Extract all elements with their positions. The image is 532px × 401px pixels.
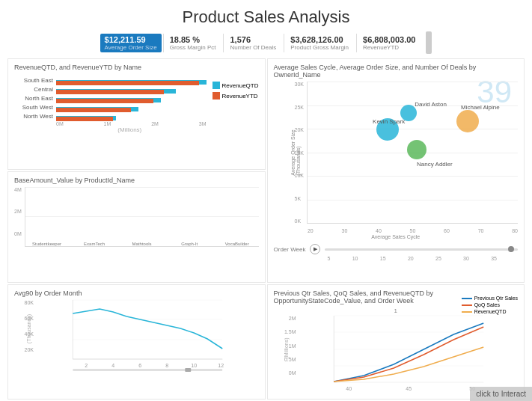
svg-text:4: 4: [111, 363, 114, 368]
legend-prev-qtr: Previous Qtr Sales: [462, 296, 518, 301]
order-week-ticks: 5101520253035: [274, 256, 519, 261]
hbar-row-sw: South West: [14, 104, 207, 111]
legend-qtd-icon: [213, 82, 220, 89]
chart-title-base-amount: BaseAmount_Value by ProductId_Name: [14, 177, 259, 184]
x-axis-label-sales-cycle: Average Sales Cycle: [274, 234, 519, 239]
kpi-gm-value: 18.85 %: [170, 35, 200, 44]
hbar-x-axis: 0M1M2M3M: [14, 121, 207, 126]
bubble-label-david: David Aston: [415, 101, 447, 108]
kpi-pgm-label: Product Gross Margin: [290, 44, 349, 51]
kpi-scrollbar[interactable]: [426, 31, 432, 54]
bubble-label-michael: Michael Alpine: [461, 104, 500, 111]
hbar-chart: South East Central: [14, 77, 207, 120]
legend-ytd-icon: [213, 92, 220, 100]
legend-ytd: RevenueYTD: [213, 92, 259, 100]
vbar-mathtools: Mathtools: [120, 240, 164, 246]
multiline-y-label: (Millions): [283, 338, 288, 359]
panel-avg90[interactable]: Avg90 by Order Month 80K60K40K20K: [7, 284, 266, 400]
vbar-examtech: ExamTech: [73, 240, 116, 246]
legend-revenue-qtd: RevenueQTD: [462, 309, 518, 314]
y-axis-label: Average Order Size(Thousands): [290, 129, 300, 175]
kpi-pgm-value: $3,628,126.00: [290, 35, 343, 44]
hbar-row-central: Central: [14, 86, 207, 93]
legend-prev-qtr-icon: [462, 298, 472, 299]
vbar-graphit: Graph-It: [168, 240, 211, 246]
kpi-rytd-label: RevenueYTD: [363, 44, 399, 51]
kpi-deals-label: Number Of Deals: [230, 44, 276, 51]
vbar-studentkeeper: Studentkeeper: [25, 240, 69, 246]
kpi-avg-order-label: Average Order Size: [105, 44, 157, 51]
svg-text:10: 10: [191, 363, 197, 368]
hbar-row-ne: North East: [14, 95, 207, 102]
hbar-x-unit: (Millions): [14, 126, 207, 133]
legend-revqtd-icon: [462, 311, 472, 313]
svg-rect-12: [73, 369, 222, 371]
legend-qtd: RevenueQTD: [213, 82, 259, 89]
kpi-rytd-value: $6,808,003.00: [363, 35, 415, 44]
svg-text:12: 12: [218, 363, 224, 368]
vbar-vocabuilder: VocaBuilder: [215, 240, 259, 246]
svg-text:40: 40: [346, 386, 352, 391]
order-week-slider[interactable]: [325, 248, 518, 251]
panel-sales-cycle[interactable]: Average Sales Cycle, Average Order Size,…: [267, 58, 525, 283]
svg-rect-13: [185, 368, 191, 372]
legend-qoq-icon: [462, 304, 472, 306]
kpi-pgm[interactable]: $3,628,126.00 Product Gross Margin: [284, 34, 355, 52]
svg-text:45: 45: [406, 386, 412, 391]
svg-text:6: 6: [138, 363, 141, 368]
kpi-deals[interactable]: 1,576 Number Of Deals: [223, 34, 282, 52]
line-legend: Previous Qtr Sales QoQ Sales RevenueQTD: [462, 296, 518, 314]
kpi-avg-order[interactable]: $12,211.59 Average Order Size: [100, 34, 162, 52]
chart-title-revenue-name: RevenueQTD, and RevenueYTD by Name: [14, 64, 259, 71]
kpi-gm-label: Gross Margin Pct: [170, 44, 216, 51]
panel-base-amount[interactable]: BaseAmount_Value by ProductId_Name 4M2M0…: [7, 171, 266, 284]
kpi-revenue-ytd[interactable]: $6,808,003.00 RevenueYTD: [356, 34, 421, 52]
hbar-row-nw: North West: [14, 113, 207, 120]
bubble-label-kevin: Kevin Spark: [373, 118, 405, 125]
panel-revenue-by-name[interactable]: RevenueQTD, and RevenueYTD by Name South…: [7, 58, 266, 170]
hbar-row-se: South East: [14, 77, 207, 84]
svg-text:8: 8: [165, 363, 168, 368]
hbar-legend: RevenueQTD RevenueYTD: [213, 82, 259, 133]
chart-title-avg90: Avg90 by Order Month: [14, 290, 259, 297]
kpi-deals-value: 1,576: [230, 35, 251, 44]
panel-qtr-sales[interactable]: Previous Qtr Sales, QoQ Sales, and Reven…: [267, 284, 525, 400]
order-week-label: Order Week: [274, 246, 306, 253]
vbar-y-ticks: 4M2M0M: [14, 187, 22, 247]
linechart-y-label: (Thousands): [26, 314, 31, 343]
bubble-michael-alpine: [456, 110, 479, 132]
kpi-bar: $12,211.59 Average Order Size 18.85 % Gr…: [0, 31, 532, 58]
legend-qoq: QoQ Sales: [462, 302, 518, 307]
kpi-gross-margin[interactable]: 18.85 % Gross Margin Pct: [163, 34, 222, 52]
order-week-row: Order Week ▶: [274, 244, 519, 254]
scatter-x-ticks: 20304050607080: [308, 228, 518, 233]
bubble-label-nancy: Nancy Addler: [417, 161, 453, 168]
slider-thumb: [508, 246, 514, 252]
bubble-nancy-addler: [407, 140, 426, 159]
multiline-svg: 40 45 50: [299, 316, 519, 383]
main-grid: RevenueQTD, and RevenueYTD by Name South…: [0, 58, 532, 400]
click-to-interact[interactable]: click to Interact: [470, 387, 532, 401]
svg-text:2: 2: [85, 363, 88, 368]
page-title: Product Sales Analysis: [0, 0, 532, 31]
line-chart-svg: 2 4 6 8 10 12: [37, 300, 259, 360]
play-button[interactable]: ▶: [310, 244, 320, 254]
kpi-avg-order-value: $12,211.59: [105, 35, 146, 44]
